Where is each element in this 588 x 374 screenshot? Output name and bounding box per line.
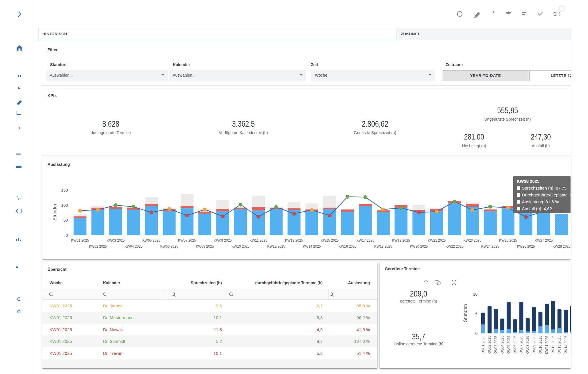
- svg-text:SH: SH: [553, 11, 560, 17]
- svg-text:Stunden: Stunden: [463, 304, 468, 322]
- svg-text:Stunden: Stunden: [52, 202, 58, 220]
- svg-text:KW10 2025: KW10 2025: [538, 336, 542, 354]
- svg-text:KW06 2025: KW06 2025: [513, 336, 517, 354]
- svg-text:KW01 2025: KW01 2025: [71, 238, 89, 242]
- svg-text:KW02 2025: KW02 2025: [488, 336, 492, 354]
- svg-text:KW09 2025: KW09 2025: [214, 238, 232, 242]
- svg-text:KW09 2025: KW09 2025: [532, 336, 536, 354]
- svg-text:KW13 2025: KW13 2025: [285, 238, 303, 242]
- svg-text:KW19 2025: KW19 2025: [392, 238, 410, 242]
- svg-text:KW08 2025: KW08 2025: [526, 336, 530, 354]
- svg-text:KW14 2025: KW14 2025: [564, 336, 568, 354]
- svg-text:KW25 2025: KW25 2025: [499, 238, 517, 242]
- svg-text:KW07 2025: KW07 2025: [178, 238, 196, 242]
- svg-text:KW02 2025: KW02 2025: [89, 244, 107, 248]
- svg-text:KW11 2025: KW11 2025: [250, 238, 267, 242]
- svg-text:0: 0: [475, 331, 477, 336]
- svg-text:KW07 2025: KW07 2025: [519, 336, 523, 354]
- svg-text:KW01 2025: KW01 2025: [481, 336, 485, 354]
- svg-text:KW05 2025: KW05 2025: [507, 336, 511, 354]
- svg-text:KW11 2025: KW11 2025: [545, 336, 549, 354]
- svg-text:KW03 2025: KW03 2025: [494, 336, 498, 354]
- svg-text:KW26 2025: KW26 2025: [517, 244, 535, 248]
- svg-text:5: 5: [475, 312, 477, 316]
- svg-text:KW27 2025: KW27 2025: [535, 238, 553, 242]
- svg-text:KW20 2025: KW20 2025: [410, 244, 428, 248]
- svg-text:KW24 2025: KW24 2025: [481, 244, 499, 248]
- svg-text:KW14 2025: KW14 2025: [303, 244, 321, 248]
- svg-text:KW18 2025: KW18 2025: [374, 244, 392, 248]
- svg-text:KW23 2025: KW23 2025: [463, 238, 482, 242]
- svg-text:KW15 2025: KW15 2025: [570, 336, 571, 354]
- svg-text:10: 10: [473, 292, 477, 297]
- svg-text:KW16 2025: KW16 2025: [339, 244, 357, 248]
- svg-text:0: 0: [66, 233, 68, 238]
- svg-text:C: C: [17, 297, 21, 302]
- svg-text:KW03 2025: KW03 2025: [107, 238, 125, 242]
- svg-text:KW04 2025: KW04 2025: [500, 336, 504, 354]
- svg-text:150: 150: [61, 188, 68, 192]
- svg-text:50: 50: [63, 218, 68, 222]
- svg-text:KW12 2025: KW12 2025: [551, 336, 555, 354]
- svg-text:KW08 2025: KW08 2025: [196, 244, 214, 248]
- svg-text:KW10 2025: KW10 2025: [232, 244, 250, 248]
- svg-text:KW12 2025: KW12 2025: [267, 244, 285, 248]
- svg-text:KW04 2025: KW04 2025: [125, 244, 143, 248]
- svg-text:KW06 2025: KW06 2025: [160, 244, 178, 248]
- svg-text:KW21 2025: KW21 2025: [428, 238, 446, 242]
- svg-text:KW17 2025: KW17 2025: [356, 238, 374, 242]
- svg-text:KW13 2025: KW13 2025: [557, 336, 561, 354]
- svg-text:KW15 2025: KW15 2025: [321, 238, 339, 242]
- svg-text:KW28 2025: KW28 2025: [553, 244, 571, 248]
- svg-text:100: 100: [61, 203, 68, 208]
- svg-text:KW05 2025: KW05 2025: [142, 238, 160, 242]
- svg-text:KW22 2025: KW22 2025: [445, 244, 463, 248]
- svg-text:C: C: [17, 309, 21, 315]
